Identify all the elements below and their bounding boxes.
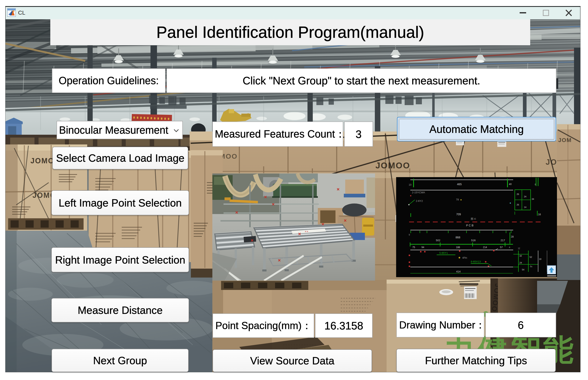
svg-text:868: 868 [456,236,460,239]
svg-text:JOMOO: JOMOO [375,161,410,170]
svg-text:217: 217 [501,239,505,242]
svg-text:CL: CL [18,10,25,16]
svg-text:5-65Y1: 5-65Y1 [439,251,448,254]
svg-text:188: 188 [456,246,460,249]
svg-text:18: 18 [539,258,541,260]
svg-text:40: 40 [509,183,512,186]
svg-text:94: 94 [422,246,424,249]
svg-text:34: 34 [532,198,534,200]
svg-text:24: 24 [524,195,526,198]
svg-text:52: 52 [530,256,532,258]
svg-text:✕✕: ✕✕ [305,230,308,233]
svg-text:465: 465 [457,183,462,186]
svg-text:32: 32 [519,255,522,257]
svg-text:502: 502 [436,239,440,242]
svg-text:9: 9 [409,233,410,236]
svg-text:10: 10 [409,183,412,186]
svg-text:26: 26 [517,193,519,195]
svg-text:图 4:: 图 4: [471,217,476,220]
svg-text:709: 709 [456,213,461,216]
svg-text:JOM: JOM [558,137,572,143]
svg-text:14: 14 [524,206,526,208]
svg-text:12: 12 [518,247,520,249]
svg-text:57: 57 [500,246,503,249]
svg-text:8-65X13: 8-65X13 [471,260,481,263]
svg-text:2-6Y2: 2-6Y2 [416,199,423,203]
svg-text:78: 78 [456,198,459,201]
svg-text:28: 28 [511,235,514,238]
svg-text:2-15YCWA: 2-15YCWA [412,191,425,194]
svg-text:54: 54 [522,268,524,271]
svg-text:16: 16 [538,213,541,216]
svg-text:26: 26 [517,204,519,206]
svg-text:P C B: P C B [466,224,473,227]
svg-text:4: 4 [509,246,510,248]
svg-text:24: 24 [519,262,522,264]
svg-text:214: 214 [483,246,487,249]
svg-text:4Pin: 4Pin [462,256,467,259]
svg-text:414: 414 [456,270,461,273]
svg-text:8: 8 [535,183,536,186]
svg-text:75: 75 [412,246,415,249]
svg-text:516: 516 [471,239,476,242]
svg-text:8a: 8a [530,265,533,267]
